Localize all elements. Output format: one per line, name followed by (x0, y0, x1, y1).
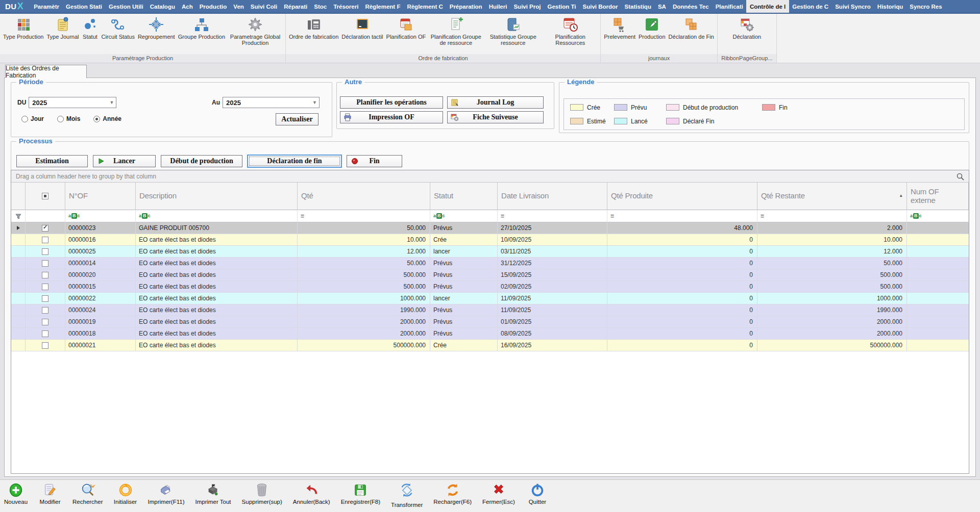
ribbon-item-prelevement[interactable]: Prelevement (602, 16, 637, 40)
filter-equals-icon[interactable]: = (501, 213, 504, 220)
menu-tab-tresoreri[interactable]: Trésoreri (330, 0, 362, 13)
filter-equals-icon[interactable]: = (610, 213, 614, 220)
column-header-qte_produite[interactable]: Qté Produite (607, 183, 757, 210)
menu-tab-statistiqu[interactable]: Statistiqu (621, 0, 654, 13)
menu-tab-ach[interactable]: Ach (178, 0, 196, 13)
toolbar-imprimer-f11-button[interactable]: Imprimer(F11) (148, 482, 185, 505)
radio-mois[interactable]: Mois (57, 115, 80, 122)
ribbon-item-planification-ressources[interactable]: Planification Ressources (542, 16, 599, 46)
row-checkbox[interactable] (42, 342, 48, 349)
toolbar-enregistrer-f8-button[interactable]: Enregistrer(F8) (341, 482, 380, 505)
menu-tab-donnees-tec[interactable]: Données Tec (669, 0, 712, 13)
column-header-qte[interactable]: Qté (298, 183, 430, 210)
impression-of-button[interactable]: Impression OF (340, 111, 443, 123)
ribbon-item-parametrage-global-production[interactable]: Parametrage Global Production (227, 16, 284, 46)
menu-tab-productio[interactable]: Productio (196, 0, 230, 13)
ribbon-item-production[interactable]: Production (637, 16, 667, 40)
ribbon-item-ordre-de-fabrication[interactable]: Ordre de fabrication (287, 16, 340, 40)
filter-cell-qte[interactable]: = (298, 210, 430, 222)
toolbar-transformer-button[interactable]: Transformer (391, 482, 423, 508)
search-icon[interactable] (956, 172, 964, 181)
ribbon-item-declaration-tactil[interactable]: Déclaration tactil (340, 16, 384, 40)
menu-tab-sa[interactable]: SA (654, 0, 669, 13)
row-checkbox[interactable] (42, 237, 48, 243)
column-header-qte_restante[interactable]: Qté Restante▲ (757, 183, 907, 210)
ribbon-item-groupe-production[interactable]: Groupe Production (177, 16, 227, 40)
menu-tab-catalogu[interactable]: Catalogu (146, 0, 178, 13)
column-header-nof[interactable]: N°OF (65, 183, 136, 210)
row-checkbox[interactable] (42, 295, 48, 302)
column-header-statut[interactable]: Statut (430, 183, 498, 210)
menu-tab-parametr[interactable]: Paramètr (31, 0, 63, 13)
ribbon-item-regroupement[interactable]: Regroupement (136, 16, 177, 40)
menu-tab-reglement-f[interactable]: Règlement F (362, 0, 404, 13)
menu-tab-suivi-syncro[interactable]: Suivi Syncro (832, 0, 874, 13)
menu-tab-stoc[interactable]: Stoc (311, 0, 330, 13)
toolbar-nouveau-button[interactable]: Nouveau (4, 482, 28, 505)
menu-tab-controle-de-l[interactable]: Contrôle de l (746, 0, 789, 13)
filter-cell-description[interactable]: aBc (136, 210, 298, 222)
toolbar-quitter-button[interactable]: Quitter (526, 482, 549, 505)
ribbon-item-type-production[interactable]: Type Production (2, 16, 45, 40)
menu-tab-reparati[interactable]: Réparati (281, 0, 311, 13)
radio-jour[interactable]: Jour (21, 115, 44, 122)
filter-equals-icon[interactable]: = (761, 213, 764, 220)
journal-log-button[interactable]: Journal Log (447, 96, 544, 109)
toolbar-supprimer-sup-button[interactable]: Supprimer(sup) (242, 482, 282, 505)
toolbar-annuler-back-button[interactable]: Annuler(Back) (293, 482, 330, 505)
menu-tab-gestion-utili[interactable]: Gestion Utili (106, 0, 147, 13)
filter-cell-indicator[interactable] (11, 210, 26, 222)
toolbar-fermer-esc-button[interactable]: Fermer(Esc) (482, 482, 515, 505)
menu-tab-gestion-ti[interactable]: Gestion Ti (544, 0, 579, 13)
row-checkbox[interactable] (42, 330, 48, 337)
menu-tab-huileri[interactable]: Huileri (485, 0, 510, 13)
ribbon-item-declaration[interactable]: Déclaration (731, 16, 763, 40)
fiche-suiveuse-button[interactable]: Fiche Suiveuse (447, 111, 544, 123)
menu-tab-reglement-c[interactable]: Règlement C (404, 0, 446, 13)
ribbon-item-statut[interactable]: Statut (80, 16, 100, 40)
ribbon-item-circuit-status[interactable]: Circuit Status (100, 16, 136, 40)
filter-equals-icon[interactable]: = (301, 213, 304, 220)
filter-cell-statut[interactable]: aBc (430, 210, 498, 222)
select-all-checkbox[interactable] (42, 193, 48, 199)
filter-cell-num_of_externe[interactable]: aBc (907, 210, 969, 222)
ribbon-item-planification-groupe-de-ressource[interactable]: Planification Groupe de ressource (427, 16, 484, 46)
declaration-de-fin-button[interactable]: Déclaration de fin (248, 155, 341, 167)
menu-tab-ven[interactable]: Ven (230, 0, 247, 13)
actualiser-button[interactable]: Actualiser (276, 113, 318, 125)
filter-cell-date_livraison[interactable]: = (498, 210, 607, 222)
estimation-button[interactable]: Estimation (16, 155, 88, 167)
group-by-bar[interactable]: Drag a column header here to group by th… (11, 170, 969, 183)
column-header-num_of_externe[interactable]: Num OF externe (907, 183, 969, 210)
radio-annee[interactable]: Année (93, 115, 121, 122)
toolbar-initialiser-button[interactable]: Initialiser (114, 482, 137, 505)
toolbar-rechercher-button[interactable]: Rechercher (72, 482, 103, 505)
filter-cell-qte_produite[interactable]: = (607, 210, 757, 222)
menu-tab-historiqu[interactable]: Historiqu (874, 0, 906, 13)
filter-abc-icon[interactable]: aBc (433, 213, 445, 219)
lancer-button[interactable]: Lancer (93, 155, 156, 167)
ribbon-item-type-journal[interactable]: Type Journal (45, 16, 81, 40)
row-checkbox[interactable] (42, 284, 48, 290)
debut-de-production-button[interactable]: Début de production (161, 155, 242, 167)
row-checkbox[interactable] (42, 225, 48, 232)
filter-abc-icon[interactable]: aBc (910, 213, 922, 219)
ribbon-item-statistique-groupe-ressource[interactable]: Statistique Groupe ressource (484, 16, 542, 46)
menu-tab-gestion-stati[interactable]: Gestion Stati (63, 0, 106, 13)
menu-tab-suivi-coli[interactable]: Suivi Coli (247, 0, 280, 13)
filter-cell-select[interactable] (26, 210, 65, 222)
toolbar-recharger-f6-button[interactable]: Recharger(F6) (433, 482, 472, 505)
filter-cell-qte_restante[interactable]: = (757, 210, 907, 222)
row-checkbox[interactable] (42, 319, 48, 325)
row-checkbox[interactable] (42, 307, 48, 314)
du-combobox[interactable]: 2025 ▼ (29, 97, 116, 108)
planifier-les-operations-button[interactable]: Planifier les opérations (340, 96, 443, 109)
row-checkbox[interactable] (42, 272, 48, 278)
menu-tab-preparation[interactable]: Préparation (446, 0, 485, 13)
menu-tab-suivi-proj[interactable]: Suivi Proj (510, 0, 544, 13)
filter-abc-icon[interactable]: aBc (139, 213, 151, 219)
menu-tab-gestion-de-c[interactable]: Gestion de C (789, 0, 832, 13)
ribbon-item-planification-of[interactable]: Planification OF (385, 16, 428, 40)
fin-button[interactable]: Fin (347, 155, 402, 167)
filter-cell-nof[interactable]: aBc (65, 210, 136, 222)
